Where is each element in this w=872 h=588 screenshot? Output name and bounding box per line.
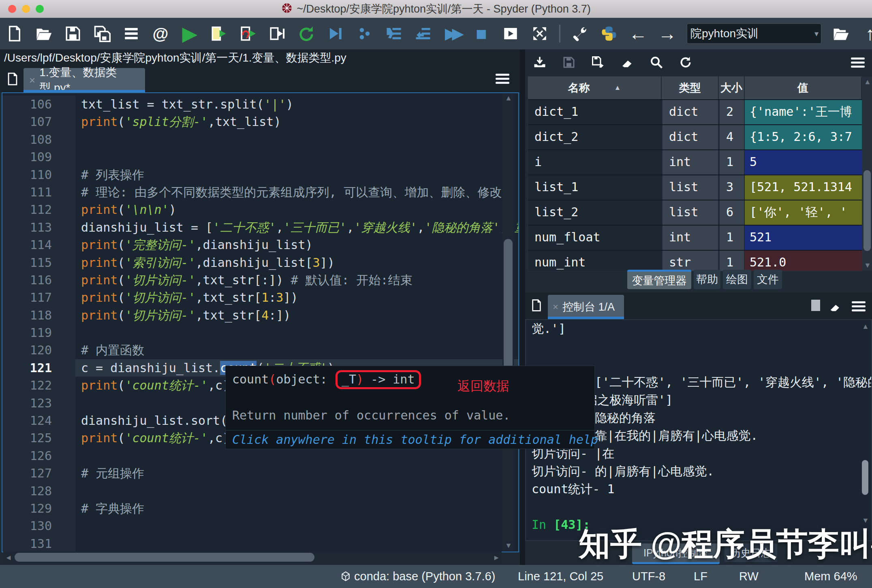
scroll-up-icon[interactable]: ▲ — [505, 94, 512, 102]
code-line-106[interactable]: 106txt_list = txt_str.split('|') — [2, 96, 518, 113]
pane-tab-0[interactable]: 变量管理器 — [627, 270, 691, 289]
interrupt-kernel-icon[interactable] — [811, 300, 820, 311]
search-variables-icon[interactable] — [648, 53, 665, 72]
scroll-down-icon[interactable]: ▼ — [864, 261, 871, 270]
debug-step-icon[interactable] — [355, 22, 374, 45]
variable-value-cell[interactable]: [521, 521.1314 — [745, 175, 862, 200]
rerun-cell-icon[interactable] — [238, 22, 258, 45]
variable-value-cell[interactable]: 521.0 — [745, 251, 862, 271]
table-row[interactable]: num_floatint1521 — [528, 225, 862, 250]
table-row[interactable]: list_1list3[521, 521.1314 — [528, 175, 862, 200]
code-line-127[interactable]: 127# 元组操作 — [2, 464, 518, 482]
console-scrollbar[interactable]: ▲ ▼ — [860, 322, 870, 525]
variable-name-cell[interactable]: i — [528, 150, 662, 175]
console-options-menu-icon[interactable] — [852, 300, 866, 313]
variable-scroll-thumb[interactable] — [863, 170, 871, 251]
scroll-right-icon[interactable]: ► — [493, 554, 500, 562]
variable-name-cell[interactable]: dict_2 — [528, 125, 662, 149]
run-selection-icon[interactable] — [267, 22, 287, 45]
variable-type-cell[interactable]: list — [662, 175, 719, 200]
forward-arrow-icon[interactable]: → — [658, 22, 677, 45]
variable-type-cell[interactable]: dict — [662, 100, 719, 124]
import-data-icon[interactable] — [531, 53, 549, 72]
debug-continue-icon[interactable] — [326, 22, 345, 45]
variable-explorer-menu-icon[interactable] — [851, 57, 865, 69]
code-line-118[interactable]: 118print('切片访问-',txt_str[4:]) — [2, 307, 518, 324]
column-header-type[interactable]: 类型 — [662, 77, 719, 99]
working-dir-input[interactable] — [687, 27, 805, 40]
maximize-pane-icon[interactable] — [501, 22, 520, 45]
code-line-109[interactable]: 109 — [2, 148, 518, 166]
variable-type-cell[interactable]: str — [662, 251, 719, 271]
working-dir-combo[interactable]: ▾ — [687, 23, 821, 44]
run-icon[interactable]: ▶ — [180, 22, 199, 45]
python-path-icon[interactable] — [599, 22, 619, 45]
code-line-120[interactable]: 120# 内置函数 — [2, 341, 518, 359]
editor-vscroll-thumb[interactable] — [504, 239, 513, 379]
variable-value-cell[interactable]: {'name':'王一博 — [745, 100, 862, 124]
scroll-left-icon[interactable]: ◄ — [5, 554, 12, 562]
refresh-variables-icon[interactable] — [677, 53, 695, 72]
variable-name-cell[interactable]: list_1 — [528, 175, 662, 200]
code-line-113[interactable]: 113dianshiju_list = ['二十不惑','三十而已','穿越火线… — [2, 219, 518, 236]
open-dir-icon[interactable] — [831, 22, 851, 45]
new-console-icon[interactable] — [530, 299, 543, 312]
open-file-icon[interactable] — [34, 22, 53, 45]
variable-value-cell[interactable]: ['你', '轻', ' — [745, 200, 862, 225]
code-line-131[interactable]: 131 — [2, 535, 518, 552]
column-header-size[interactable]: 大小 — [719, 77, 745, 99]
variable-name-cell[interactable]: dict_1 — [528, 100, 662, 124]
table-row[interactable]: num_intstr1521.0 — [528, 250, 862, 271]
code-line-110[interactable]: 110# 列表操作 — [2, 166, 518, 183]
step-return-icon[interactable] — [413, 22, 433, 45]
remove-variables-icon[interactable] — [618, 53, 636, 72]
code-line-115[interactable]: 115print('索引访问-',dianshiju_list[3]) — [2, 254, 518, 271]
editor-tab[interactable]: × 1.变量、数据类型.py* — [24, 68, 145, 92]
editor-options-menu-icon[interactable] — [496, 73, 509, 85]
back-arrow-icon[interactable]: ← — [628, 22, 648, 45]
code-line-129[interactable]: 129# 字典操作 — [2, 500, 518, 517]
fast-forward-icon[interactable]: ▶▶ — [442, 22, 462, 45]
pane-tab-1[interactable]: 帮助 — [694, 270, 720, 289]
variable-size-cell[interactable]: 2 — [719, 100, 745, 124]
stop-icon[interactable]: ■ — [472, 22, 491, 45]
code-line-114[interactable]: 114print('完整访问-',dianshiju_list) — [2, 236, 518, 254]
code-line-108[interactable]: 108 — [2, 131, 518, 148]
code-line-112[interactable]: 112print('\n\n') — [2, 201, 518, 218]
pane-tab-2[interactable]: 绘图 — [723, 270, 751, 289]
go-up-icon[interactable]: ↑ — [860, 22, 872, 45]
variable-size-cell[interactable]: 4 — [719, 125, 745, 149]
table-row[interactable]: iint15 — [528, 149, 862, 175]
clear-console-icon[interactable] — [828, 300, 842, 312]
save-data-as-icon[interactable] — [589, 53, 607, 72]
tab-close-icon[interactable]: × — [29, 74, 35, 87]
code-line-119[interactable]: 119 — [2, 324, 518, 341]
find-symbols-icon[interactable]: @ — [151, 22, 170, 45]
fullscreen-icon[interactable] — [530, 22, 549, 45]
combo-dropdown-icon[interactable]: ▾ — [814, 29, 819, 38]
tooltip-hint-link[interactable]: Click anywhere in this tooltip for addit… — [232, 432, 598, 447]
editor-horizontal-scrollbar[interactable]: ◄ ► — [3, 552, 502, 563]
calltip-tooltip[interactable]: count(object: _T) -> int 返回数据 Return num… — [225, 366, 595, 449]
variable-type-cell[interactable]: dict — [662, 125, 719, 149]
variable-size-cell[interactable]: 1 — [719, 251, 745, 271]
variable-size-cell[interactable]: 3 — [719, 175, 745, 200]
new-file-icon[interactable] — [5, 22, 24, 45]
variable-name-cell[interactable]: list_2 — [528, 200, 662, 225]
code-line-117[interactable]: 117print('切片访问-',txt_str[1:3]) — [2, 289, 518, 306]
editor-vertical-scrollbar[interactable]: ▲ ▼ — [502, 93, 514, 551]
run-cell-icon[interactable] — [209, 22, 229, 45]
variable-type-cell[interactable]: int — [662, 150, 719, 175]
preferences-wrench-icon[interactable] — [570, 22, 590, 45]
scroll-down-icon[interactable]: ▼ — [505, 541, 512, 550]
code-line-116[interactable]: 116print('切片访问-',txt_str[:]) # 默认值: 开始:结… — [2, 271, 518, 289]
code-line-128[interactable]: 128 — [2, 482, 518, 500]
code-line-126[interactable]: 126 — [2, 447, 518, 464]
editor-hscroll-thumb[interactable] — [15, 553, 314, 562]
save-all-icon[interactable] — [92, 22, 112, 45]
code-line-107[interactable]: 107print('split分割-',txt_list) — [2, 113, 518, 130]
restart-run-icon[interactable] — [297, 22, 316, 45]
variable-name-cell[interactable]: num_float — [528, 226, 662, 250]
table-row[interactable]: dict_1dict2{'name':'王一博 — [528, 99, 862, 124]
variable-value-cell[interactable]: {1:5, 2:6, 3:7 — [745, 125, 862, 149]
